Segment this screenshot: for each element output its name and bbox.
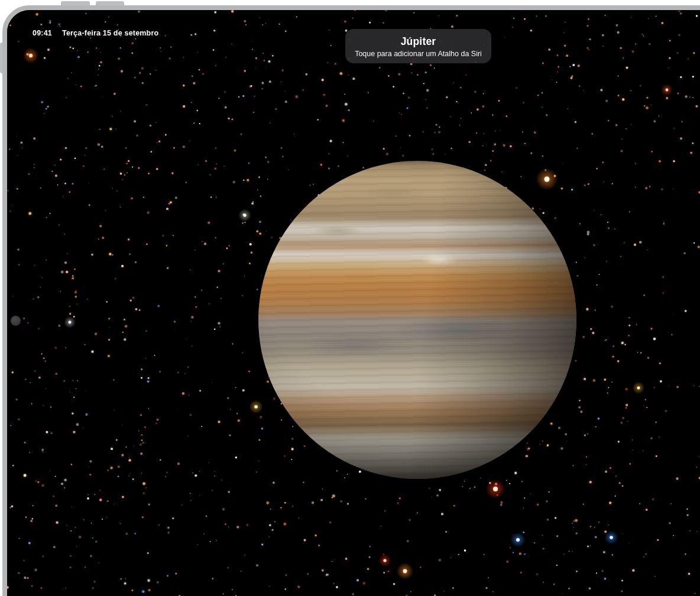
clock-date: Terça-feira 15 de setembro bbox=[62, 28, 158, 38]
jupiter-shading bbox=[258, 161, 576, 479]
status-bar: 09:41 Terça-feira 15 de setembro bbox=[33, 28, 158, 38]
lock-screen: 09:41 Terça-feira 15 de setembro Júpiter… bbox=[7, 10, 700, 596]
clock-time: 09:41 bbox=[33, 28, 52, 38]
ipad-device: 09:41 Terça-feira 15 de setembro Júpiter… bbox=[0, 0, 700, 596]
siri-suggestion-app: Júpiter bbox=[401, 35, 436, 47]
device-bezel: 09:41 Terça-feira 15 de setembro Júpiter… bbox=[2, 5, 700, 596]
page: { "device": { "frame_color": "#b4b6b8", … bbox=[0, 0, 700, 596]
siri-suggestion-hint: Toque para adicionar um Atalho da Siri bbox=[355, 50, 482, 58]
jupiter-planet bbox=[258, 161, 576, 479]
front-camera-icon bbox=[11, 316, 21, 326]
siri-suggestion-banner[interactable]: Júpiter Toque para adicionar um Atalho d… bbox=[345, 29, 491, 63]
